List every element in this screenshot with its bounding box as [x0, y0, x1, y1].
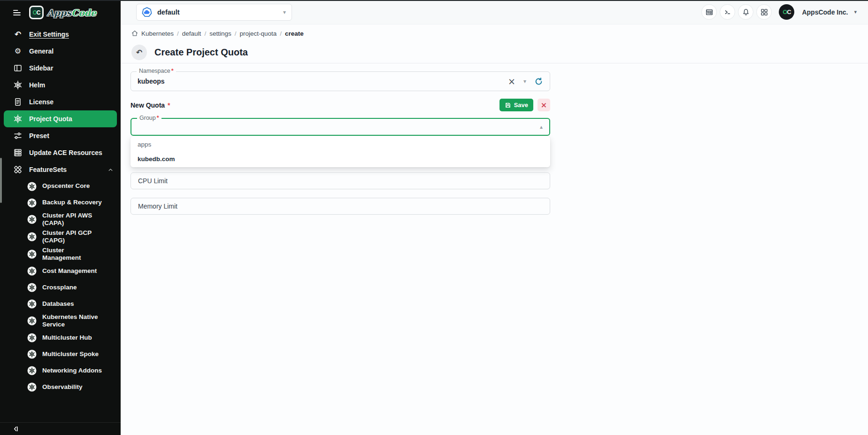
memory-limit-input[interactable]: Memory Limit: [131, 198, 550, 215]
feature-item-label: Cluster API AWS (CAPA): [42, 212, 102, 227]
feature-circle-icon: [27, 249, 37, 259]
feature-circle-icon: [27, 316, 37, 326]
sidebar-feature-kubernetes-native-service[interactable]: Kubernetes Native Service: [0, 312, 121, 330]
feature-item-label: Multicluster Spoke: [42, 350, 99, 358]
sidebar-item-helm[interactable]: Helm: [0, 77, 121, 93]
cpu-limit-placeholder: CPU Limit: [138, 177, 168, 185]
sidebar-feature-multicluster-hub[interactable]: Multicluster Hub: [0, 330, 121, 346]
sidebar-feature-backup-recovery[interactable]: Backup & Recovery: [0, 194, 121, 211]
breadcrumb-separator: /: [201, 30, 209, 37]
hamburger-menu-icon[interactable]: [12, 8, 22, 17]
apps-button[interactable]: [756, 4, 772, 20]
breadcrumb-separator: /: [174, 30, 182, 37]
cpu-limit-input[interactable]: CPU Limit: [131, 172, 550, 189]
terminal-icon: [723, 8, 732, 16]
collapse-left-icon[interactable]: [11, 425, 20, 433]
clear-icon[interactable]: ×: [508, 77, 515, 86]
feature-item-label: Opscenter Core: [42, 182, 90, 190]
sidebar-feature-multicluster-spoke[interactable]: Multicluster Spoke: [0, 346, 121, 363]
main-content: Kubernetes/default/settings/project-quot…: [121, 24, 868, 435]
sidebar-feature-cluster-api-aws-capa[interactable]: Cluster API AWS (CAPA): [0, 211, 121, 228]
topbar-actions: OC AppsCode Inc. ▾: [701, 4, 868, 20]
notifications-button[interactable]: [738, 4, 753, 20]
bell-icon: [742, 8, 750, 16]
group-chevron-up-icon[interactable]: ▴: [540, 124, 543, 130]
group-option-apps[interactable]: apps: [131, 137, 550, 152]
breadcrumb-separator: /: [277, 30, 285, 37]
terminal-button[interactable]: [720, 4, 735, 20]
sidebar-scrollbar-thumb[interactable]: [0, 158, 2, 203]
feature-circle-icon: [27, 181, 37, 192]
sidebar-nav: ↶ Exit Settings ⚙ General Sidebar Helm L…: [0, 25, 121, 422]
back-button[interactable]: ↶: [131, 45, 147, 60]
appscode-badge-icon: OC: [29, 6, 44, 19]
feature-item-label: Networking Addons: [42, 367, 102, 374]
feature-item-label: Crossplane: [42, 284, 77, 291]
sidebar-feature-crossplane[interactable]: Crossplane: [0, 280, 121, 296]
sidebar-item-preset[interactable]: Preset: [0, 127, 121, 144]
page-title-row: ↶ Create Project Quota: [121, 41, 868, 63]
sidebar-item-project-quota[interactable]: Project Quota: [4, 110, 117, 127]
sidebar-feature-cost-management[interactable]: Cost Management: [0, 263, 121, 280]
breadcrumb-item-kubernetes[interactable]: Kubernetes: [141, 30, 174, 37]
news-button[interactable]: [701, 4, 717, 20]
sidebar-item-label: Update ACE Resources: [29, 149, 102, 156]
feature-circle-icon: [27, 282, 37, 293]
feature-item-label: Cluster API GCP (CAPG): [42, 229, 102, 245]
cluster-selector[interactable]: default ▾: [136, 4, 292, 21]
gear-icon: ⚙: [13, 47, 23, 56]
group-select[interactable]: Group* ▴: [131, 118, 550, 136]
refresh-icon[interactable]: [534, 77, 543, 86]
group-option-kubedb-com[interactable]: kubedb.com: [131, 152, 550, 166]
sidebar-item-general[interactable]: ⚙ General: [0, 43, 121, 60]
chevron-up-icon: [107, 166, 114, 173]
sidebar-item-featuresets[interactable]: FeatureSets: [0, 161, 121, 178]
brand-text: AppsCode: [47, 8, 96, 18]
namespace-chevron-down-icon[interactable]: ▾: [523, 78, 526, 84]
sidebar-feature-networking-addons[interactable]: Networking Addons: [0, 363, 121, 379]
sidebar-feature-opscenter-core[interactable]: Opscenter Core: [0, 178, 121, 194]
memory-limit-placeholder: Memory Limit: [138, 202, 177, 210]
create-quota-form: Namespace* kubeops × ▾ New Quota * Save: [131, 71, 550, 215]
sidebar-feature-cluster-api-gcp-capg[interactable]: Cluster API GCP (CAPG): [0, 228, 121, 246]
sidebar-item-label: Helm: [29, 81, 45, 89]
appscode-logo[interactable]: OC AppsCode: [29, 6, 96, 19]
feature-circle-icon: [27, 333, 37, 343]
apps-grid-icon: [760, 8, 768, 16]
remove-quota-button[interactable]: ×: [538, 99, 550, 111]
account-chevron-down-icon[interactable]: ▾: [854, 9, 857, 15]
sidebar-item-exit-settings[interactable]: ↶ Exit Settings: [0, 26, 121, 43]
sidebar-item-label: FeatureSets: [29, 166, 67, 173]
wheel-icon: [13, 114, 23, 124]
feature-circle-icon: [27, 198, 37, 208]
breadcrumb-item-settings[interactable]: settings: [209, 30, 231, 37]
sidebar-item-label: License: [29, 98, 54, 106]
feature-circle-icon: [27, 266, 37, 276]
sidebar-feature-cluster-management[interactable]: Cluster Management: [0, 246, 121, 263]
save-button[interactable]: Save: [499, 99, 533, 111]
panel-icon: [13, 63, 23, 73]
feature-circle-icon: [27, 232, 37, 242]
account-avatar[interactable]: OC: [779, 4, 794, 20]
sidebar-item-license[interactable]: License: [0, 93, 121, 110]
breadcrumb-item-default[interactable]: default: [182, 30, 201, 37]
sidebar-item-update-ace-resources[interactable]: Update ACE Resources: [0, 144, 121, 161]
breadcrumb-item-project-quota[interactable]: project-quota: [239, 30, 277, 37]
feature-item-label: Databases: [42, 300, 74, 308]
sidebar-item-label: Project Quota: [29, 115, 72, 123]
sidebar-item-label: Sidebar: [29, 64, 53, 72]
feature-item-label: Kubernetes Native Service: [42, 313, 102, 329]
account-name[interactable]: AppsCode Inc.: [802, 8, 848, 16]
sidebar-item-sidebar[interactable]: Sidebar: [0, 60, 121, 77]
news-icon: [705, 8, 714, 16]
sidebar-feature-databases[interactable]: Databases: [0, 296, 121, 312]
namespace-select[interactable]: Namespace* kubeops × ▾: [131, 71, 550, 91]
topbar: default ▾ OC AppsCode Inc. ▾: [121, 0, 868, 24]
sidebar: OC AppsCode ↶ Exit Settings ⚙ General Si…: [0, 0, 121, 435]
feature-item-label: Multicluster Hub: [42, 334, 92, 342]
breadcrumb-current: create: [285, 30, 304, 37]
group-options-dropdown: appskubedb.com: [131, 136, 550, 167]
sidebar-feature-observability[interactable]: Observability: [0, 379, 121, 396]
feature-circle-icon: [27, 214, 37, 225]
document-icon: [13, 97, 23, 107]
